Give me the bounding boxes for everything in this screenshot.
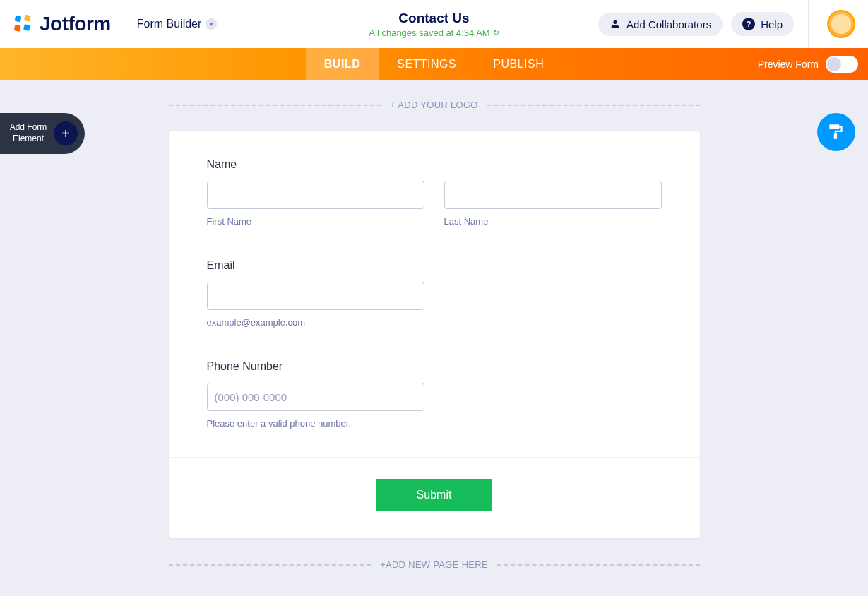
field-email[interactable]: Email example@example.com bbox=[207, 259, 662, 328]
svg-rect-1 bbox=[24, 15, 31, 22]
phone-sublabel: Please enter a valid phone number. bbox=[207, 418, 662, 429]
add-page-button[interactable]: +ADD NEW PAGE HERE bbox=[380, 559, 488, 570]
header-divider bbox=[124, 12, 124, 36]
email-input[interactable] bbox=[207, 282, 424, 310]
logo-icon bbox=[13, 13, 34, 35]
last-name-sublabel: Last Name bbox=[444, 216, 662, 227]
svg-rect-2 bbox=[14, 25, 21, 32]
form-stage: + ADD YOUR LOGO Name First Name Last Nam… bbox=[0, 80, 868, 570]
help-button[interactable]: ? Help bbox=[731, 12, 794, 36]
help-icon: ? bbox=[742, 18, 755, 30]
refresh-icon[interactable]: ↻ bbox=[493, 28, 499, 37]
add-form-element-button[interactable]: Add Form Element + bbox=[0, 113, 85, 154]
submit-row: Submit bbox=[169, 457, 700, 538]
form-designer-button[interactable] bbox=[817, 113, 855, 151]
add-logo-button[interactable]: + ADD YOUR LOGO bbox=[390, 100, 478, 110]
top-header: Jotform Form Builder ▾ Contact Us All ch… bbox=[0, 0, 868, 48]
save-status: All changes saved at 4:34 AM ↻ bbox=[369, 28, 499, 38]
tab-publish[interactable]: PUBLISH bbox=[475, 48, 562, 80]
name-row: First Name Last Name bbox=[207, 181, 662, 227]
svg-rect-0 bbox=[15, 16, 22, 23]
preview-toggle[interactable] bbox=[826, 56, 858, 73]
first-name-sublabel: First Name bbox=[207, 216, 424, 227]
form-title[interactable]: Contact Us bbox=[398, 11, 469, 26]
collab-label: Add Collaborators bbox=[626, 18, 711, 30]
email-sublabel: example@example.com bbox=[207, 317, 662, 328]
avatar-icon bbox=[831, 14, 851, 34]
dashed-right bbox=[487, 105, 700, 106]
logo[interactable]: Jotform bbox=[13, 13, 111, 35]
main-nav: BUILD SETTINGS PUBLISH Preview Form bbox=[0, 48, 868, 80]
preview-label: Preview Form bbox=[758, 59, 819, 70]
dashed-left-2 bbox=[169, 564, 372, 566]
form-body: Name First Name Last Name Email example@… bbox=[169, 131, 700, 457]
title-area: Contact Us All changes saved at 4:34 AM … bbox=[369, 11, 499, 38]
plus-icon: + bbox=[54, 121, 78, 145]
svg-rect-3 bbox=[23, 24, 30, 31]
first-name-input[interactable] bbox=[207, 181, 424, 209]
form-card: Name First Name Last Name Email example@… bbox=[169, 131, 700, 538]
user-avatar[interactable] bbox=[827, 10, 855, 38]
tab-build[interactable]: BUILD bbox=[306, 48, 379, 80]
breadcrumb-dropdown[interactable]: Form Builder ▾ bbox=[137, 18, 218, 30]
header-divider-2 bbox=[808, 0, 809, 48]
add-collaborators-button[interactable]: Add Collaborators bbox=[598, 13, 723, 36]
add-logo-row: + ADD YOUR LOGO bbox=[169, 100, 700, 110]
logo-text: Jotform bbox=[40, 13, 111, 35]
chevron-down-icon: ▾ bbox=[206, 18, 217, 30]
dashed-left bbox=[169, 105, 382, 106]
phone-input[interactable] bbox=[207, 383, 424, 411]
tab-settings[interactable]: SETTINGS bbox=[379, 48, 475, 80]
preview-toggle-wrap: Preview Form bbox=[758, 56, 858, 73]
add-page-row: +ADD NEW PAGE HERE bbox=[169, 559, 700, 570]
user-icon bbox=[610, 18, 621, 30]
breadcrumb-label: Form Builder bbox=[137, 18, 202, 30]
add-element-label: Add Form Element bbox=[8, 122, 48, 144]
toggle-knob bbox=[827, 57, 841, 71]
save-status-text: All changes saved at 4:34 AM bbox=[369, 28, 489, 38]
header-right: Add Collaborators ? Help bbox=[598, 0, 855, 48]
email-label: Email bbox=[207, 259, 662, 272]
last-name-input[interactable] bbox=[444, 181, 662, 209]
paint-roller-icon bbox=[827, 123, 845, 141]
dashed-right-2 bbox=[497, 564, 700, 566]
first-name-col: First Name bbox=[207, 181, 424, 227]
submit-button[interactable]: Submit bbox=[376, 479, 493, 511]
field-name[interactable]: Name First Name Last Name bbox=[207, 158, 662, 227]
field-phone[interactable]: Phone Number Please enter a valid phone … bbox=[207, 360, 662, 429]
help-label: Help bbox=[761, 18, 783, 30]
nav-tabs: BUILD SETTINGS PUBLISH bbox=[306, 48, 562, 80]
phone-label: Phone Number bbox=[207, 360, 662, 373]
last-name-col: Last Name bbox=[444, 181, 662, 227]
name-label: Name bbox=[207, 158, 662, 171]
